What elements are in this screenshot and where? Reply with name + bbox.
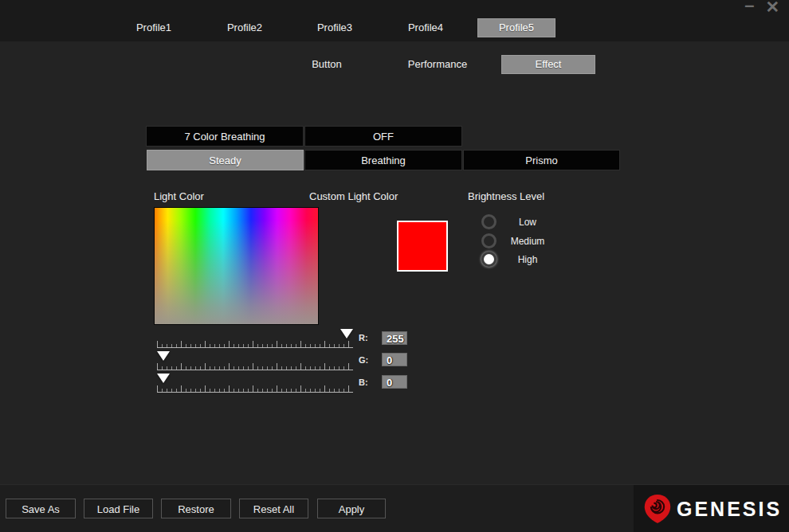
tab-profile3[interactable]: Profile3 [296, 18, 374, 37]
blue-value-field[interactable]: 0 [382, 375, 407, 389]
color-gradient-picker[interactable] [154, 207, 319, 325]
custom-color-swatch [397, 221, 448, 272]
radio-medium-label: Medium [502, 236, 553, 247]
blue-slider-track[interactable] [157, 385, 353, 393]
tab-effect[interactable]: Effect [501, 55, 595, 74]
radio-high-icon[interactable] [481, 252, 497, 267]
red-slider-track[interactable] [157, 340, 353, 348]
title-bar: Profile1 Profile2 Profile3 Profile4 Prof… [0, 0, 789, 41]
red-slider[interactable] [157, 329, 353, 348]
radio-low-icon[interactable] [481, 214, 497, 229]
red-slider-thumb[interactable] [340, 329, 353, 338]
green-slider-track[interactable] [157, 362, 353, 370]
app-window: Profile1 Profile2 Profile3 Profile4 Prof… [0, 0, 789, 532]
tab-profile2[interactable]: Profile2 [206, 18, 284, 37]
green-label: G: [359, 355, 368, 365]
mode-7-color-breathing-button[interactable]: 7 Color Breathing [146, 126, 304, 147]
restore-button[interactable]: Restore [161, 499, 231, 518]
radio-high-label: High [502, 254, 553, 265]
brightness-level-label: Brightness Level [468, 190, 544, 202]
brightness-option-low[interactable]: Low [481, 214, 497, 229]
mode-prismo-button[interactable]: Prismo [463, 150, 620, 170]
apply-button[interactable]: Apply [317, 499, 386, 518]
reset-all-button[interactable]: Reset All [239, 499, 308, 518]
mode-steady-button[interactable]: Steady [147, 150, 304, 170]
mode-breathing-button[interactable]: Breathing [304, 150, 462, 170]
light-color-label: Light Color [154, 190, 204, 202]
green-slider-thumb[interactable] [157, 351, 170, 361]
footer-bar: Save As Load File Restore Reset All Appl… [0, 484, 789, 532]
radio-medium-icon[interactable] [481, 233, 497, 248]
tab-performance[interactable]: Performance [391, 55, 485, 74]
green-value-field[interactable]: 0 [382, 353, 407, 366]
tab-profile4[interactable]: Profile4 [387, 18, 465, 37]
brand-wordmark: GENESIS [677, 498, 782, 521]
close-icon[interactable]: ✕ [765, 0, 779, 14]
load-file-button[interactable]: Load File [84, 499, 153, 518]
blue-slider-thumb[interactable] [157, 374, 170, 383]
tab-profile1[interactable]: Profile1 [115, 18, 193, 37]
red-label: R: [359, 333, 368, 342]
green-slider[interactable] [157, 351, 353, 370]
minimize-icon[interactable]: – [744, 0, 754, 11]
brightness-option-medium[interactable]: Medium [481, 233, 497, 248]
window-controls: – ✕ [744, 0, 779, 14]
blue-label: B: [359, 377, 368, 387]
blue-slider[interactable] [157, 374, 353, 393]
mode-off-button[interactable]: OFF [304, 126, 462, 147]
save-as-button[interactable]: Save As [6, 499, 76, 518]
custom-light-color-label: Custom Light Color [309, 190, 398, 202]
brand-panel: GENESIS [634, 485, 789, 532]
red-value-field[interactable]: 255 [382, 331, 407, 345]
radio-low-label: Low [502, 217, 553, 228]
brightness-option-high[interactable]: High [481, 252, 497, 267]
tab-button[interactable]: Button [280, 55, 374, 74]
tab-profile5[interactable]: Profile5 [477, 18, 555, 37]
genesis-logo-icon [643, 494, 672, 524]
